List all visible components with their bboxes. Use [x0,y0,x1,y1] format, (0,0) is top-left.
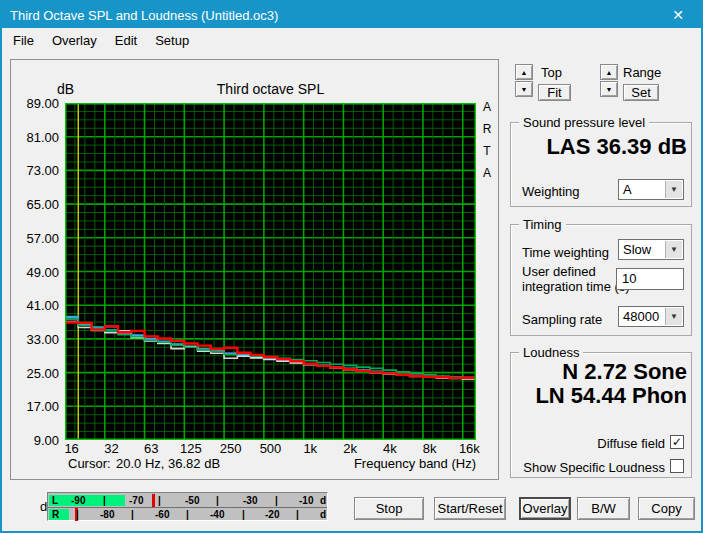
window-title: Third Octave SPL and Loudness (Untitled.… [10,8,278,23]
meter-bar-l [49,495,125,506]
meter-scale-label: -30 [243,495,257,506]
weighting-value: A [623,182,632,197]
y-tick-label: 65.00 [11,197,59,212]
integration-label-line1: User defined [522,264,596,279]
app-window: Third Octave SPL and Loudness (Untitled.… [0,0,703,533]
y-tick-label: 41.00 [11,298,59,313]
integration-time-input[interactable]: 10 [616,268,684,290]
start-reset-button[interactable]: Start/Reset [434,497,506,520]
meter-scale-label: dB [320,509,326,520]
meter-scale-label: -40 [210,509,224,520]
spl-group-title: Sound pressure level [519,115,649,130]
y-tick-label: 25.00 [11,366,59,381]
loudness-group-title: Loudness [519,345,583,360]
x-tick-label: 2k [332,441,368,456]
close-icon[interactable]: ✕ [663,2,693,28]
meter-scale-label: -10 [299,495,313,506]
fit-button[interactable]: Fit [538,84,571,101]
spl-value: LAS 36.39 dB [522,134,687,160]
top-up-button[interactable]: ▲ [515,64,533,80]
top-down-button[interactable]: ▼ [515,81,533,97]
meter-tick: | [103,495,106,506]
y-tick-label: 73.00 [11,163,59,178]
y-tick-label: 89.00 [11,96,59,111]
sampling-rate-value: 48000 [623,309,659,324]
chevron-down-icon[interactable]: ▼ [665,181,682,198]
meter-scale-label: -80 [100,509,114,520]
spl-plot-svg [65,103,476,440]
meter-scale-label: -90 [71,495,85,506]
x-tick-label: 1k [292,441,328,456]
weighting-label: Weighting [522,184,580,199]
meter-tick: | [158,495,161,506]
cursor-readout-value: 20.0 Hz, 36.82 dB [116,456,220,471]
arta-watermark: ARTA [480,96,494,184]
time-weighting-select[interactable]: Slow ▼ [618,239,684,260]
x-tick-label: 32 [93,441,129,456]
chart-panel: dB Third octave SPL ARTA 89.0081.0073.00… [10,59,499,480]
chevron-down-icon[interactable]: ▼ [665,241,682,258]
meter-peak-l [152,494,155,507]
x-tick-label: 125 [173,441,209,456]
x-tick-label: 16 [54,441,90,456]
meter-scale-label: -20 [265,509,279,520]
bw-button[interactable]: B/W [577,497,630,520]
range-down-button[interactable]: ▼ [600,81,618,97]
x-tick-label: 4k [372,441,408,456]
spl-plot[interactable] [65,103,476,440]
y-tick-label: 49.00 [11,265,59,280]
chevron-down-icon[interactable]: ▼ [665,308,682,325]
y-tick-label: 17.00 [11,399,59,414]
menu-edit[interactable]: Edit [106,30,146,51]
meter-tick: | [186,509,189,520]
time-weighting-value: Slow [623,242,651,257]
x-tick-label: 8k [412,441,448,456]
meter-channel-label: L [52,495,58,506]
meter-channel-label: R [52,509,59,520]
menu-overlay[interactable]: Overlay [43,30,106,51]
specific-loudness-label: Show Specific Loudness [492,460,665,475]
level-meter: L-90|-70|-50|-30|-10dBR|-80|-60|-40|-20|… [47,492,328,521]
title-bar[interactable]: Third Octave SPL and Loudness (Untitled.… [2,2,701,28]
meter-tick: | [275,495,278,506]
x-axis-label: Frequency band (Hz) [311,456,476,471]
meter-row-r: R|-80|-60|-40|-20|dB [49,508,326,521]
menu-file[interactable]: File [4,30,43,51]
top-label: Top [541,65,562,80]
integration-label-line2: integration time (s) [522,279,630,294]
time-weighting-label: Time weighting [522,245,609,260]
meter-tick: | [296,509,299,520]
chart-title: Third octave SPL [65,81,476,97]
cursor-readout-label: Cursor: [68,456,111,471]
timing-group-title: Timing [519,217,566,232]
stop-button[interactable]: Stop [354,497,424,520]
y-tick-label: 57.00 [11,231,59,246]
meter-scale-label: dB [320,495,326,506]
menu-bar: File Overlay Edit Setup [2,28,701,52]
meter-tick: | [216,495,219,506]
meter-tick: | [76,509,79,520]
overlay-button[interactable]: Overlay [519,497,571,520]
x-tick-label: 500 [253,441,289,456]
copy-button[interactable]: Copy [638,497,695,520]
diffuse-field-label: Diffuse field [502,436,665,451]
meter-row-l: L-90|-70|-50|-30|-10dB [49,494,326,507]
meter-scale-label: -50 [185,495,199,506]
phon-value: LN 54.44 Phon [522,383,687,409]
meter-tick: | [131,509,134,520]
meter-tick: | [242,509,245,520]
sone-value: N 2.72 Sone [522,359,687,385]
meter-scale-label: -70 [129,495,143,506]
diffuse-field-checkbox[interactable]: ✓ [670,435,684,449]
range-up-button[interactable]: ▲ [600,64,618,80]
y-tick-label: 9.00 [11,433,59,448]
set-button[interactable]: Set [623,84,659,101]
weighting-select[interactable]: A ▼ [618,179,684,200]
sampling-rate-select[interactable]: 48000 ▼ [618,306,684,327]
x-tick-label: 16k [451,441,487,456]
menu-setup[interactable]: Setup [146,30,198,51]
x-tick-label: 250 [213,441,249,456]
meter-scale-label: -60 [155,509,169,520]
specific-loudness-checkbox[interactable] [670,459,684,473]
x-tick-label: 63 [133,441,169,456]
